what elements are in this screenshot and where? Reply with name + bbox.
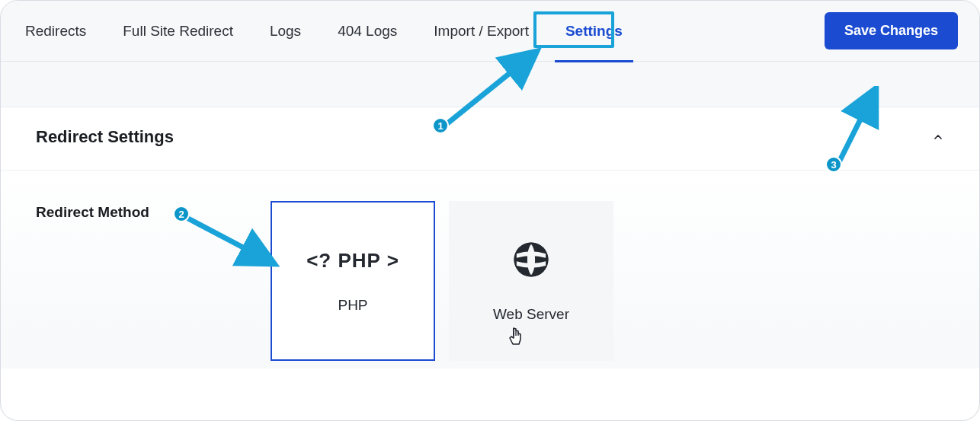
tab-redirects[interactable]: Redirects bbox=[22, 18, 89, 44]
option-web-server[interactable]: Web Server bbox=[449, 201, 613, 361]
globe-icon bbox=[511, 239, 552, 283]
tab-logs[interactable]: Logs bbox=[267, 18, 304, 44]
tab-import-export[interactable]: Import / Export bbox=[431, 18, 532, 44]
option-php[interactable]: <? PHP > PHP bbox=[271, 201, 435, 361]
tab-404-logs[interactable]: 404 Logs bbox=[335, 18, 400, 44]
annotation-badge-3: 3 bbox=[825, 156, 842, 173]
subheader-spacer bbox=[1, 62, 979, 107]
redirect-method-options: <? PHP > PHP bbox=[271, 201, 613, 361]
chevron-up-icon bbox=[932, 131, 944, 143]
tab-settings[interactable]: Settings bbox=[562, 18, 626, 44]
option-web-server-label: Web Server bbox=[493, 306, 569, 323]
redirect-method-label: Redirect Method bbox=[36, 201, 264, 221]
redirect-settings-section: Redirect Settings Redirect Method <? PHP… bbox=[1, 107, 979, 368]
tab-bar: Redirects Full Site Redirect Logs 404 Lo… bbox=[1, 1, 979, 62]
annotation-badge-1: 1 bbox=[432, 117, 449, 134]
svg-text:<? PHP >: <? PHP > bbox=[306, 249, 399, 272]
option-php-label: PHP bbox=[338, 297, 367, 314]
section-body: Redirect Method <? PHP > PHP bbox=[1, 171, 979, 368]
save-changes-button[interactable]: Save Changes bbox=[825, 12, 958, 49]
tab-full-site-redirect[interactable]: Full Site Redirect bbox=[120, 18, 236, 44]
section-title: Redirect Settings bbox=[36, 127, 174, 147]
php-code-icon: <? PHP > bbox=[292, 248, 414, 274]
app-frame: Redirects Full Site Redirect Logs 404 Lo… bbox=[0, 0, 980, 421]
annotation-badge-2: 2 bbox=[173, 206, 190, 222]
